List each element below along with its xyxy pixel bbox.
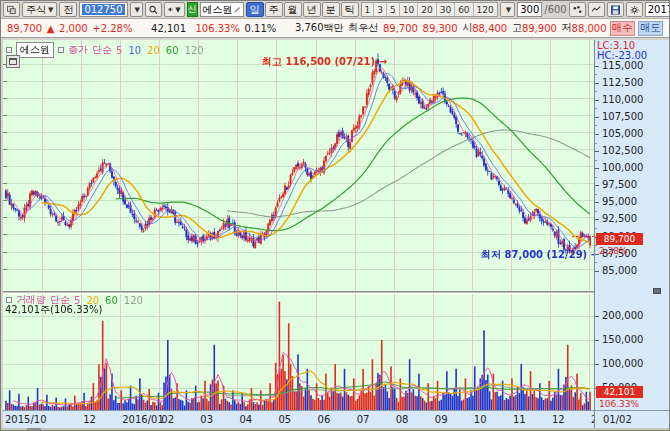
tick-mark	[595, 316, 599, 317]
price-legend: 에스원 종가 단순 5102060120	[6, 42, 204, 58]
period-button-주[interactable]: 주	[265, 2, 283, 17]
date-input[interactable]: 2017/01/02	[645, 2, 670, 17]
tick-mark	[595, 340, 599, 341]
legend-checkbox-icon[interactable]	[6, 47, 12, 53]
legend-stock-name: 에스원	[16, 42, 54, 58]
edit-pencil-icon	[233, 6, 241, 14]
sound-dropdown-button[interactable]: ▼	[164, 2, 185, 17]
search-button[interactable]	[145, 2, 162, 17]
interval-button-1[interactable]: 1	[362, 3, 375, 16]
tick-mark	[595, 134, 599, 135]
chart-window: 주식▼ 전 012750 ▼ ▼ 신 에스원 일주월년분틱 1351020306…	[0, 0, 670, 431]
period-button-년[interactable]: 년	[303, 2, 321, 17]
best-ask: 89,300	[423, 23, 458, 34]
low-annotation: 최저 87,000 (12/29) →	[481, 248, 599, 262]
tick-mark	[595, 151, 599, 152]
ma-5-label: 5	[116, 45, 122, 56]
x-axis-label: 02	[161, 414, 174, 425]
asset-type-dropdown[interactable]: 주식▼	[22, 2, 57, 17]
minor-tick-mark	[595, 160, 597, 161]
chevron-down-icon: ▼	[48, 6, 53, 14]
price-up-arrow-icon: ▲	[47, 23, 55, 34]
stock-code-input[interactable]: 012750	[79, 2, 127, 17]
new-stock-badge: 신	[187, 2, 198, 17]
minor-tick-mark	[595, 211, 597, 212]
volume-tick-label: 200,000	[602, 310, 643, 321]
axis-corner-date: 01/02	[603, 414, 632, 425]
price-change: 2,000	[59, 23, 88, 34]
chart-region: 에스원 종가 단순 5102060120 최고 116,500 (07/21) …	[1, 38, 669, 430]
stock-name-field[interactable]: 에스원	[200, 2, 244, 17]
minor-tick-mark	[595, 245, 597, 246]
minor-tick-mark	[595, 108, 597, 109]
line-chart-button[interactable]	[588, 2, 605, 17]
interval-button-30[interactable]: 30	[437, 3, 455, 16]
interval-button-3[interactable]: 3	[374, 3, 387, 16]
date-value: 2017/01/02	[648, 4, 670, 15]
pane-split-handle[interactable]	[653, 288, 661, 294]
price-change-pct: +2.28%	[92, 23, 132, 34]
x-axis-label: 2016/01	[122, 414, 164, 425]
period-button-틱[interactable]: 틱	[341, 2, 359, 17]
tick-mark	[595, 83, 599, 84]
indicator-dots-button[interactable]	[569, 2, 586, 17]
window-switch-button[interactable]	[3, 2, 20, 17]
prev-stock-button[interactable]: 전	[59, 2, 77, 17]
ma-60-label: 60	[166, 45, 179, 56]
minor-tick-mark	[595, 125, 597, 126]
x-axis-label: 06	[318, 414, 331, 425]
tick-mark	[595, 202, 599, 203]
current-price-badge: 89,700	[596, 233, 643, 245]
open-price: 88,400	[472, 23, 507, 34]
bar-count-value: 300	[520, 4, 539, 15]
asset-type-label: 주식	[26, 3, 46, 17]
period-button-일[interactable]: 일	[246, 2, 264, 17]
arrow-right-icon: →	[379, 56, 387, 67]
bar-count-input[interactable]: 300	[517, 2, 542, 17]
price-ma-legend: 5102060120	[116, 45, 204, 56]
price-tick-label: 102,500	[602, 145, 643, 156]
empty-combo-dropdown[interactable]: ▼	[500, 2, 515, 17]
settings-button[interactable]	[626, 2, 643, 17]
gear-icon	[630, 5, 639, 15]
current-volume-pct: 106.33%	[599, 399, 639, 409]
price-tick-label: 105,000	[602, 128, 643, 139]
period-button-group: 일주월년분틱	[246, 2, 359, 17]
chart-tool-button[interactable]	[6, 55, 20, 68]
interval-button-10[interactable]: 10	[400, 3, 418, 16]
interval-button-120[interactable]: 120	[474, 3, 497, 16]
sell-button[interactable]: 매도	[638, 21, 663, 36]
minor-tick-mark	[595, 91, 597, 92]
interval-button-20[interactable]: 20	[418, 3, 436, 16]
best-quote-label: 최우선	[348, 21, 378, 35]
save-button[interactable]	[607, 2, 624, 17]
open-label: 시	[462, 21, 472, 35]
ma-120-label: 120	[124, 295, 143, 306]
minor-tick-mark	[595, 177, 597, 178]
tick-mark	[595, 117, 599, 118]
x-axis-label: 12	[83, 414, 96, 425]
interval-button-60[interactable]: 60	[455, 3, 473, 16]
chevron-down-icon: ▼	[134, 6, 139, 14]
tick-mark	[595, 66, 599, 67]
low-label: 저	[562, 21, 572, 35]
minor-tick-mark	[595, 74, 597, 75]
legend-checkbox-icon[interactable]	[58, 47, 64, 53]
window-switch-icon	[7, 5, 16, 15]
current-price: 89,700	[7, 23, 42, 34]
interval-button-5[interactable]: 5	[387, 3, 400, 16]
high-price: 89,900	[522, 23, 557, 34]
high-label: 고	[512, 21, 522, 35]
code-dropdown-button[interactable]: ▼	[130, 2, 143, 17]
price-tick-label: 110,000	[602, 94, 643, 105]
period-button-월[interactable]: 월	[284, 2, 302, 17]
legend-kind-label: 단순	[92, 43, 112, 57]
axis-divider	[595, 410, 669, 411]
ma-20-label: 20	[147, 45, 160, 56]
save-disk-icon	[611, 5, 620, 15]
buy-button[interactable]: 매수	[610, 21, 635, 36]
bar-max-label: /600	[544, 4, 566, 15]
period-button-분[interactable]: 분	[322, 2, 340, 17]
price-tick-label: 112,500	[602, 77, 643, 88]
quote-turnover: 0.11%	[245, 23, 277, 34]
